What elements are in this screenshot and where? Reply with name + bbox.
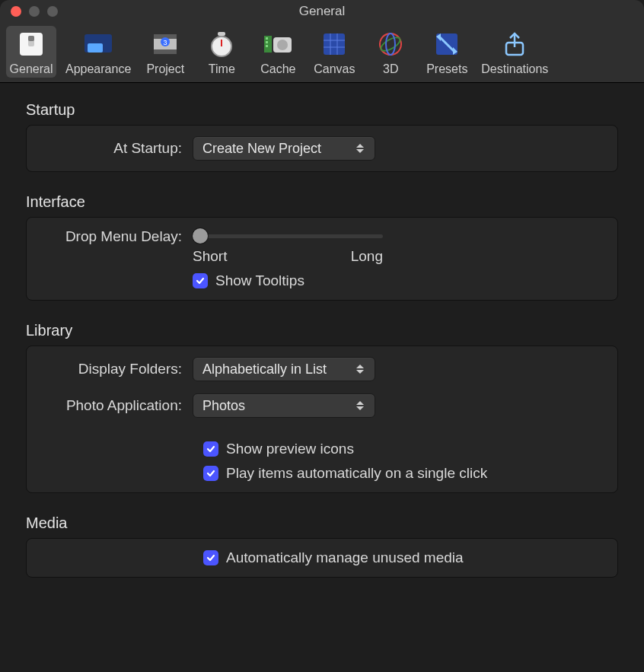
slider-max-label: Long <box>351 248 383 265</box>
close-window-button[interactable] <box>11 6 21 17</box>
photo-app-label: Photo Application: <box>40 397 193 414</box>
svg-text:3: 3 <box>164 39 167 46</box>
canvas-icon <box>319 29 349 59</box>
section-library: Display Folders: Alphabetically in List … <box>26 346 618 493</box>
toolbar-tab-label: General <box>10 62 53 76</box>
toolbar-tab-label: Canvas <box>314 62 355 76</box>
toolbar-tab-label: Time <box>209 62 235 76</box>
svg-rect-15 <box>266 41 268 43</box>
at-startup-label: At Startup: <box>40 140 193 157</box>
toolbar-tab-general[interactable]: General <box>6 26 56 78</box>
play-items-auto-label: Play items automatically on a single cli… <box>226 465 487 482</box>
section-title-library: Library <box>26 322 618 339</box>
3d-icon <box>375 29 406 59</box>
section-interface: Drop Menu Delay: Short Long Show Tooltip… <box>26 217 618 301</box>
drop-menu-delay-label: Drop Menu Delay: <box>40 228 193 245</box>
svg-point-26 <box>386 33 395 55</box>
display-folders-label: Display Folders: <box>40 361 193 377</box>
minimize-window-button[interactable] <box>29 6 40 17</box>
section-title-media: Media <box>26 514 618 532</box>
svg-rect-14 <box>266 37 268 40</box>
photo-app-value: Photos <box>202 398 245 414</box>
at-startup-value: Create New Project <box>202 141 321 157</box>
project-icon: 3 <box>150 29 180 59</box>
photo-app-select[interactable]: Photos <box>193 393 375 418</box>
window-controls <box>0 6 58 17</box>
show-tooltips-label: Show Tooltips <box>215 272 304 289</box>
show-preview-icons-label: Show preview icons <box>226 441 354 457</box>
svg-rect-4 <box>88 43 103 53</box>
svg-rect-2 <box>28 36 34 41</box>
toolbar-tab-canvas[interactable]: Canvas <box>309 26 359 78</box>
svg-rect-16 <box>266 45 268 47</box>
presets-icon <box>432 29 462 59</box>
toolbar-tab-label: Cache <box>260 62 295 76</box>
toolbar-tab-3d[interactable]: 3D <box>365 26 416 78</box>
select-stepper-icon <box>356 144 370 153</box>
toolbar-tab-time[interactable]: Time <box>196 26 247 78</box>
cache-icon <box>263 29 293 59</box>
time-icon <box>206 29 237 59</box>
show-tooltips-checkbox[interactable] <box>193 273 208 288</box>
toolbar-tab-cache[interactable]: Cache <box>253 26 303 78</box>
window-title: General <box>0 4 644 19</box>
drop-menu-delay-slider[interactable] <box>193 228 383 244</box>
svg-point-24 <box>377 30 404 58</box>
auto-manage-media-label: Automatically manage unused media <box>226 549 464 566</box>
zoom-window-button[interactable] <box>47 6 58 17</box>
appearance-icon <box>83 29 113 59</box>
at-startup-select[interactable]: Create New Project <box>193 136 375 161</box>
svg-rect-7 <box>154 49 177 54</box>
preferences-toolbar: General Appearance 3 Project Time Cache … <box>0 23 644 83</box>
select-stepper-icon <box>356 365 370 374</box>
show-preview-icons-checkbox[interactable] <box>203 441 218 457</box>
toolbar-tab-label: Appearance <box>65 62 131 76</box>
svg-point-18 <box>277 40 288 50</box>
section-title-startup: Startup <box>26 101 618 119</box>
section-title-interface: Interface <box>26 193 618 211</box>
titlebar: General <box>0 0 644 23</box>
section-startup: At Startup: Create New Project <box>26 125 618 172</box>
preferences-content: Startup At Startup: Create New Project I… <box>0 83 644 617</box>
slider-thumb[interactable] <box>193 228 208 244</box>
select-stepper-icon <box>356 401 370 410</box>
display-folders-value: Alphabetically in List <box>202 361 327 377</box>
toolbar-tab-presets[interactable]: Presets <box>422 26 472 78</box>
auto-manage-media-checkbox[interactable] <box>203 550 218 565</box>
toolbar-tab-appearance[interactable]: Appearance <box>62 26 134 78</box>
destinations-share-icon <box>499 29 530 59</box>
toolbar-tab-label: Project <box>146 62 184 76</box>
section-media: Automatically manage unused media <box>26 538 618 578</box>
svg-rect-10 <box>218 32 225 36</box>
toolbar-tab-project[interactable]: 3 Project <box>140 26 190 78</box>
display-folders-select[interactable]: Alphabetically in List <box>193 357 375 381</box>
svg-rect-19 <box>324 33 345 55</box>
slider-min-label: Short <box>193 248 227 265</box>
toolbar-tab-label: Destinations <box>481 62 548 76</box>
toolbar-tab-destinations[interactable]: Destinations <box>478 26 551 78</box>
toolbar-tab-label: 3D <box>383 62 398 76</box>
general-icon <box>16 29 46 59</box>
toolbar-tab-label: Presets <box>426 62 467 76</box>
play-items-auto-checkbox[interactable] <box>203 466 218 481</box>
